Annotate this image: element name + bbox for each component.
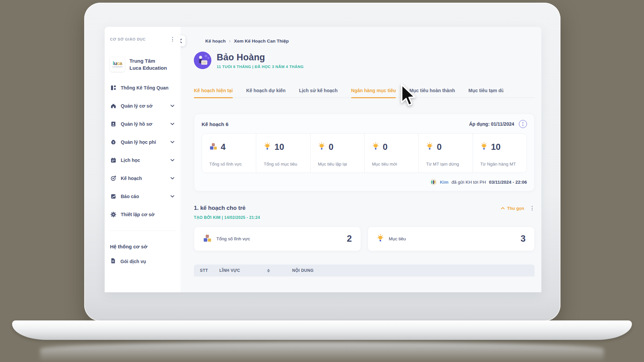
blocks-icon bbox=[203, 234, 212, 244]
section-title: 1. kế hoạch cho trẻ bbox=[194, 205, 246, 212]
summary-card-muc-tieu: Mục tiêu 3 bbox=[368, 227, 535, 251]
plan-title: Kế hoạch 6 bbox=[202, 121, 228, 127]
bulb-icon bbox=[377, 234, 384, 244]
bulb-icon bbox=[480, 142, 488, 152]
sidebar-menu: Thống Kê Tổng Quan Quản lý cơ sở Quản lý… bbox=[110, 83, 175, 219]
gear-icon bbox=[110, 212, 116, 218]
stat-tu-mt-tam-dung: 0 Từ MT tạm dừng bbox=[418, 134, 472, 173]
bulb-icon bbox=[318, 142, 325, 152]
chevron-down-icon bbox=[170, 105, 174, 107]
sidebar-item-goi-dich-vu[interactable]: Gói dịch vụ bbox=[110, 257, 175, 266]
sidebar-item-thiet-lap-co-so[interactable]: Thiết lập cơ sở bbox=[110, 210, 175, 219]
tab-bar: Kế hoạch hiện tại Kế hoạch dự kiến Lịch … bbox=[194, 88, 535, 98]
calendar-icon bbox=[110, 157, 116, 164]
org-type-label: CƠ SỞ GIÁO DỤC bbox=[110, 37, 146, 41]
section-created-by: TẠO BỞI KIM | 14/02/2025 - 21:24 bbox=[194, 215, 535, 220]
bulb-icon bbox=[264, 142, 271, 152]
sidebar-item-quan-ly-hoc-phi[interactable]: $ Quản lý học phí bbox=[110, 137, 175, 147]
tab-lich-su-ke-hoach[interactable]: Lịch sử kế hoạch bbox=[299, 88, 337, 98]
stat-tong-so-muc-tieu: 10 Tổng số mục tiêu bbox=[256, 134, 310, 173]
luca-logo: luca Luca Education bbox=[110, 57, 125, 72]
main-content: Kế hoạch › Xem Kế Hoạch Can Thiệp Bảo Ho… bbox=[180, 27, 541, 292]
plan-stats-grid: 4 Tổng số lĩnh vực 10 Tổng số mục tiêu 0 bbox=[202, 133, 527, 173]
goals-table-header: STT LĨNH VỰC NỘI DUNG bbox=[194, 264, 535, 277]
dashboard-icon bbox=[110, 85, 116, 91]
laptop-reflection bbox=[40, 342, 604, 362]
tab-ke-hoach-du-kien[interactable]: Kế hoạch dự kiến bbox=[246, 88, 286, 98]
logo-caption: Luca Education bbox=[112, 66, 122, 68]
tab-muc-tieu-tam-dung[interactable]: Mục tiêu tạm dừ bbox=[469, 88, 503, 98]
sidebar: CƠ SỞ GIÁO DỤC luca Luca Education Trung… bbox=[105, 27, 180, 292]
target-icon bbox=[110, 175, 116, 182]
student-meta: 11 TUỔI 6 THÁNG | ĐÃ HỌC 3 NĂM 4 THÁNG bbox=[217, 65, 304, 69]
sidebar-item-ke-hoach[interactable]: Kế hoạch bbox=[110, 174, 175, 183]
tuition-icon: $ bbox=[110, 139, 116, 145]
sent-action-text: đã gửi KH tới PH bbox=[451, 180, 486, 185]
bulb-icon bbox=[372, 142, 379, 152]
breadcrumb-separator: › bbox=[229, 38, 231, 44]
stat-tong-so-linh-vuc: 4 Tổng số lĩnh vực bbox=[202, 134, 256, 173]
plan-applied-date: Áp dụng: 01/11/2024 bbox=[469, 121, 514, 127]
sender-name[interactable]: Kim bbox=[440, 180, 448, 185]
records-icon bbox=[110, 121, 116, 127]
home-icon bbox=[110, 103, 116, 109]
sidebar-divider bbox=[109, 231, 176, 231]
bulb-icon bbox=[426, 142, 433, 152]
org-name: Trung Tâm Luca Education bbox=[129, 57, 167, 71]
plan-kebab-icon[interactable] bbox=[519, 120, 527, 128]
back-button[interactable] bbox=[180, 36, 185, 46]
column-header-noi-dung: NỘI DUNG bbox=[292, 268, 314, 273]
plan-summary-card: Kế hoạch 6 Áp dụng: 01/11/2024 4 Tổng số… bbox=[194, 114, 535, 191]
breadcrumb-parent[interactable]: Kế hoạch bbox=[205, 39, 226, 44]
sort-icon[interactable] bbox=[267, 269, 270, 273]
tab-ngan-hang-muc-tieu[interactable]: Ngân hàng mục tiêu bbox=[351, 88, 396, 98]
stat-muc-tieu-moi: 0 Mục tiêu mới bbox=[364, 134, 418, 173]
system-section-title: Hệ thống cơ sở bbox=[110, 244, 175, 249]
sidebar-item-thong-ke-tong-quan[interactable]: Thống Kê Tổng Quan bbox=[110, 83, 175, 93]
chevron-down-icon bbox=[170, 177, 174, 180]
chevron-down-icon bbox=[170, 141, 174, 143]
laptop-base bbox=[12, 320, 632, 340]
stat-tu-ngan-hang-mt: 10 Từ Ngân hàng MT bbox=[473, 134, 527, 173]
page-title: Bảo Hoàng bbox=[217, 52, 304, 63]
plan-sent-status: Kim đã gửi KH tới PH 03/11/2024 - 22:06 bbox=[202, 178, 527, 186]
plan-section-header: 1. kế hoạch cho trẻ Thu gọn bbox=[194, 205, 535, 212]
mouse-cursor bbox=[400, 84, 417, 110]
sidebar-item-quan-ly-ho-so[interactable]: Quản lý hồ sơ bbox=[110, 119, 175, 129]
section-kebab-icon[interactable] bbox=[530, 205, 535, 211]
column-header-linh-vuc[interactable]: LĨNH VỰC bbox=[219, 268, 267, 273]
chevron-left-icon bbox=[180, 39, 182, 43]
student-profile: Bảo Hoàng 11 TUỔI 6 THÁNG | ĐÃ HỌC 3 NĂM… bbox=[194, 52, 535, 69]
report-icon bbox=[110, 193, 116, 200]
blocks-icon bbox=[209, 142, 217, 152]
sidebar-item-lich-hoc[interactable]: Lịch học bbox=[110, 156, 175, 165]
column-header-stt: STT bbox=[200, 268, 219, 273]
org-block: luca Luca Education Trung Tâm Luca Educa… bbox=[110, 57, 175, 72]
tab-ke-hoach-hien-tai[interactable]: Kế hoạch hiện tại bbox=[194, 88, 233, 98]
sidebar-item-bao-cao[interactable]: Báo cáo bbox=[110, 192, 175, 201]
breadcrumb-current: Xem Kế Hoạch Can Thiệp bbox=[234, 39, 289, 44]
sidebar-item-quan-ly-co-so[interactable]: Quản lý cơ sở bbox=[110, 101, 175, 111]
chevron-down-icon bbox=[170, 159, 174, 162]
summary-card-linh-vuc: Tổng số lĩnh vực 2 bbox=[194, 227, 361, 251]
collapse-button[interactable]: Thu gọn bbox=[501, 206, 524, 211]
app-window: CƠ SỞ GIÁO DỤC luca Luca Education Trung… bbox=[105, 27, 541, 292]
chevron-up-icon bbox=[501, 207, 505, 209]
sent-timestamp: 03/11/2024 - 22:06 bbox=[489, 180, 527, 185]
avatar bbox=[194, 52, 211, 69]
sender-avatar bbox=[430, 179, 437, 185]
section-summary-cards: Tổng số lĩnh vực 2 Mục tiêu 3 bbox=[194, 227, 535, 251]
breadcrumb: Kế hoạch › Xem Kế Hoạch Can Thiệp bbox=[205, 38, 535, 44]
package-icon bbox=[110, 258, 116, 265]
chevron-down-icon bbox=[170, 195, 174, 198]
chevron-down-icon bbox=[170, 123, 174, 125]
sidebar-kebab-icon[interactable] bbox=[170, 36, 175, 42]
stat-muc-tieu-lap-lai: 0 Mục tiêu lặp lại bbox=[310, 134, 364, 173]
